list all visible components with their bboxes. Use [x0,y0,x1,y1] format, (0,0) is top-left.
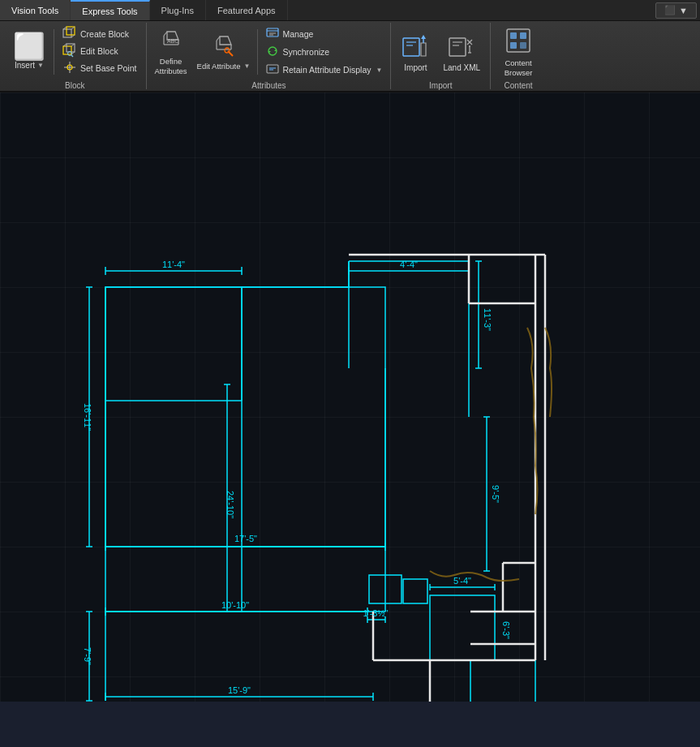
edit-attribute-icon [212,33,236,60]
svg-rect-95 [470,660,535,702]
import-group: Import [391,23,491,89]
manage-icon [266,27,279,42]
content-browser-button[interactable]: ContentBrowser [496,26,541,78]
svg-text:7'-9": 7'-9" [83,647,92,665]
land-xml-icon [448,32,475,62]
svg-rect-57 [105,287,385,547]
svg-text:15'-9": 15'-9" [228,685,251,695]
svg-text:9'-5": 9'-5" [491,485,500,503]
edit-attribute-dropdown: ▼ [243,62,250,71]
set-base-point-icon [62,60,77,77]
attributes-group: ABC DefineAttributes [147,23,391,89]
svg-rect-55 [520,42,526,49]
import-button[interactable]: Import [396,26,435,78]
svg-rect-53 [520,32,526,39]
svg-text:4'-4": 4'-4" [400,260,418,269]
synchronize-label: Synchronize [282,47,329,57]
svg-text:ABC: ABC [167,38,178,44]
content-browser-icon [505,27,532,57]
create-block-label: Create Block [80,29,129,39]
svg-text:11'-3": 11'-3" [483,308,492,331]
content-group: ContentBrowser Content [491,23,546,89]
svg-marker-40 [421,43,426,56]
block-group-label: Block [65,79,84,92]
create-block-button[interactable]: Create Block [58,26,141,42]
svg-text:11'-4": 11'-4" [162,260,185,269]
svg-marker-42 [421,35,426,39]
edit-block-button[interactable]: Edit Block [58,43,141,59]
import-group-items: Import [396,24,485,79]
ribbon-panel: ⬜ Insert ▼ [0,21,700,91]
tab-vision-tools[interactable]: Vision Tools [0,0,71,20]
attributes-actions-col: Manage Synchronize [261,26,387,78]
edit-attribute-button[interactable]: Edit Attribute ▼ [193,26,255,78]
block-actions-col: Create Block [58,26,141,78]
content-group-items: ContentBrowser [496,24,541,79]
land-xml-label: Land XML [443,63,480,73]
define-attributes-label: DefineAttributes [154,57,187,75]
divider-attr [257,29,258,75]
manage-button[interactable]: Manage [261,26,387,42]
attributes-group-items: ABC DefineAttributes [150,24,387,79]
svg-line-11 [71,55,73,57]
insert-icon: ⬜ [13,33,45,59]
set-base-point-label: Set Base Point [80,63,136,73]
svg-rect-5 [63,46,71,54]
retain-icon [266,62,279,78]
tab-bar: Vision Tools Express Tools Plug-Ins Feat… [0,0,700,21]
block-group-items: ⬜ Insert ▼ [8,24,141,79]
svg-rect-54 [510,42,517,49]
tab-plug-ins[interactable]: Plug-Ins [150,0,206,20]
define-attributes-icon: ABC [159,28,183,55]
tab-express-tools[interactable]: Express Tools [71,0,149,20]
attributes-group-label: Attributes [251,79,286,92]
app-icon: ⬛ [664,5,676,15]
svg-rect-109 [403,579,427,603]
svg-point-27 [225,48,230,53]
svg-text:6'-3": 6'-3" [501,621,511,639]
svg-text:5'-4": 5'-4" [453,576,471,586]
svg-rect-52 [510,32,517,39]
svg-text:16'-11": 16'-11" [83,403,92,431]
canvas-area: 11'-4" 4'-4" 11'-3" 16'-11" 24'-10" 17'-… [0,92,700,702]
svg-rect-37 [403,38,419,56]
svg-rect-56 [105,287,242,612]
retain-dropdown: ▼ [376,67,383,74]
svg-rect-51 [507,29,530,52]
create-block-icon [62,26,77,43]
ribbon: Vision Tools Express Tools Plug-Ins Feat… [0,0,700,92]
block-group: ⬜ Insert ▼ [3,23,147,89]
edit-block-label: Edit Block [80,46,118,56]
land-xml-button[interactable]: Land XML [438,26,485,78]
svg-text:24'-10": 24'-10" [225,491,235,518]
insert-label: Insert [15,61,35,71]
divider-1 [54,29,54,75]
svg-rect-34 [267,65,278,73]
edit-attribute-label: Edit Attribute ▼ [197,62,251,71]
tab-featured-apps[interactable]: Featured Apps [206,0,288,20]
define-attributes-button[interactable]: ABC DefineAttributes [150,26,191,78]
retain-attribute-display-button[interactable]: Retain Attribute Display ▼ [261,62,387,78]
svg-rect-94 [430,595,495,660]
svg-marker-21 [220,36,231,45]
content-group-label: Content [505,79,533,92]
set-base-point-button[interactable]: Set Base Point [58,60,141,76]
synchronize-icon [266,45,279,60]
synchronize-button[interactable]: Synchronize [261,44,387,60]
svg-text:17'-5": 17'-5" [234,534,257,543]
insert-button[interactable]: ⬜ Insert ▼ [8,26,50,78]
import-label: Import [404,63,427,73]
svg-rect-43 [449,38,466,56]
content-browser-label: ContentBrowser [505,58,533,77]
insert-dropdown-arrow: ▼ [37,62,44,70]
import-group-label: Import [429,79,452,92]
floorplan-svg: 11'-4" 4'-4" 11'-3" 16'-11" 24'-10" 17'-… [0,92,700,702]
svg-text:1'-3½": 1'-3½" [363,608,388,618]
import-icon [402,32,429,62]
retain-attribute-display-label: Retain Attribute Display [282,65,371,75]
svg-rect-0 [63,29,71,37]
svg-text:10'-10": 10'-10" [221,600,249,610]
app-button[interactable]: ⬛ ▼ [655,2,697,19]
edit-block-icon [62,43,77,60]
manage-label: Manage [282,29,313,39]
